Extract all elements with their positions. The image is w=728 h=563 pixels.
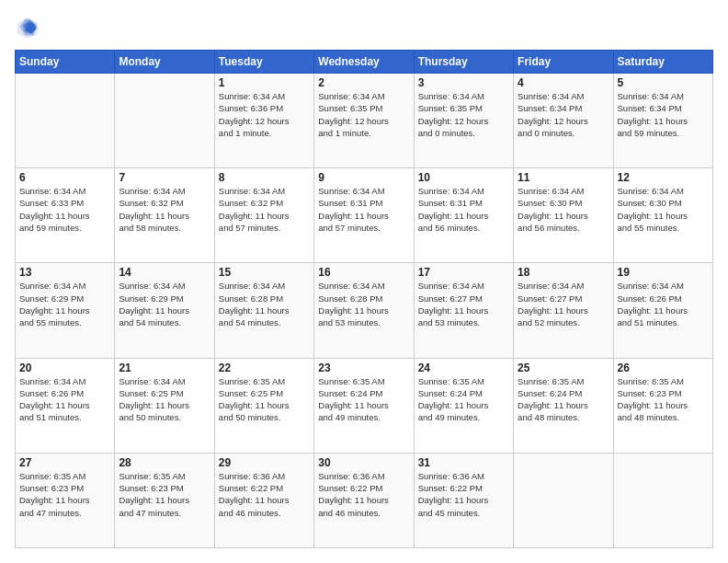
day-number: 1 <box>219 76 310 89</box>
calendar-cell: 5Sunrise: 6:34 AMSunset: 6:34 PMDaylight… <box>613 74 712 168</box>
day-info: Sunrise: 6:35 AMSunset: 6:24 PMDaylight:… <box>318 375 409 424</box>
page: SundayMondayTuesdayWednesdayThursdayFrid… <box>0 0 728 563</box>
calendar-cell <box>115 74 214 168</box>
day-info: Sunrise: 6:34 AMSunset: 6:29 PMDaylight:… <box>119 280 210 328</box>
day-info: Sunrise: 6:36 AMSunset: 6:22 PMDaylight:… <box>219 470 310 519</box>
day-info: Sunrise: 6:34 AMSunset: 6:28 PMDaylight:… <box>318 280 409 328</box>
day-number: 12 <box>618 171 709 184</box>
day-info: Sunrise: 6:34 AMSunset: 6:27 PMDaylight:… <box>418 280 509 328</box>
calendar-cell: 19Sunrise: 6:34 AMSunset: 6:26 PMDayligh… <box>613 263 712 358</box>
calendar-cell: 30Sunrise: 6:36 AMSunset: 6:22 PMDayligh… <box>314 453 414 547</box>
day-info: Sunrise: 6:34 AMSunset: 6:25 PMDaylight:… <box>119 375 210 424</box>
day-number: 4 <box>518 76 609 89</box>
day-info: Sunrise: 6:34 AMSunset: 6:28 PMDaylight:… <box>219 280 310 328</box>
calendar-cell: 3Sunrise: 6:34 AMSunset: 6:35 PMDaylight… <box>414 74 513 168</box>
calendar-cell: 28Sunrise: 6:35 AMSunset: 6:23 PMDayligh… <box>115 453 214 547</box>
day-number: 7 <box>119 171 210 184</box>
calendar-cell: 29Sunrise: 6:36 AMSunset: 6:22 PMDayligh… <box>214 453 313 547</box>
day-info: Sunrise: 6:34 AMSunset: 6:32 PMDaylight:… <box>119 185 210 234</box>
calendar-cell: 16Sunrise: 6:34 AMSunset: 6:28 PMDayligh… <box>314 263 414 358</box>
calendar-cell: 14Sunrise: 6:34 AMSunset: 6:29 PMDayligh… <box>115 263 214 358</box>
calendar-week-row: 13Sunrise: 6:34 AMSunset: 6:29 PMDayligh… <box>16 263 713 358</box>
day-number: 16 <box>318 266 409 279</box>
day-number: 29 <box>219 456 310 469</box>
logo <box>15 15 44 40</box>
day-number: 10 <box>418 171 509 184</box>
day-info: Sunrise: 6:34 AMSunset: 6:31 PMDaylight:… <box>418 185 509 234</box>
day-number: 28 <box>119 456 210 469</box>
day-number: 6 <box>19 171 110 184</box>
weekday-header: Sunday <box>16 51 115 74</box>
day-info: Sunrise: 6:34 AMSunset: 6:31 PMDaylight:… <box>318 185 409 234</box>
calendar-cell: 24Sunrise: 6:35 AMSunset: 6:24 PMDayligh… <box>414 358 513 453</box>
day-info: Sunrise: 6:34 AMSunset: 6:30 PMDaylight:… <box>518 185 609 234</box>
day-number: 23 <box>318 362 409 374</box>
header <box>15 15 713 40</box>
calendar-cell: 21Sunrise: 6:34 AMSunset: 6:25 PMDayligh… <box>115 358 214 453</box>
day-info: Sunrise: 6:34 AMSunset: 6:32 PMDaylight:… <box>219 185 310 234</box>
calendar-cell: 13Sunrise: 6:34 AMSunset: 6:29 PMDayligh… <box>16 263 115 358</box>
day-number: 30 <box>318 456 409 469</box>
weekday-header: Thursday <box>414 51 513 74</box>
calendar-cell <box>16 74 115 168</box>
header-row: SundayMondayTuesdayWednesdayThursdayFrid… <box>16 51 713 74</box>
calendar-cell: 31Sunrise: 6:36 AMSunset: 6:22 PMDayligh… <box>414 453 513 547</box>
calendar-cell: 6Sunrise: 6:34 AMSunset: 6:33 PMDaylight… <box>16 168 115 263</box>
day-number: 27 <box>19 456 110 469</box>
calendar-cell: 1Sunrise: 6:34 AMSunset: 6:36 PMDaylight… <box>214 74 313 168</box>
day-number: 25 <box>518 362 609 374</box>
day-number: 18 <box>518 266 609 279</box>
day-number: 21 <box>119 362 210 374</box>
calendar-cell: 15Sunrise: 6:34 AMSunset: 6:28 PMDayligh… <box>214 263 313 358</box>
day-info: Sunrise: 6:34 AMSunset: 6:33 PMDaylight:… <box>19 185 110 234</box>
day-number: 5 <box>618 76 709 89</box>
day-info: Sunrise: 6:34 AMSunset: 6:30 PMDaylight:… <box>618 185 709 234</box>
day-number: 2 <box>318 76 409 89</box>
weekday-header: Saturday <box>613 51 712 74</box>
day-number: 26 <box>618 362 709 374</box>
day-number: 24 <box>418 362 509 374</box>
calendar-cell: 11Sunrise: 6:34 AMSunset: 6:30 PMDayligh… <box>514 168 613 263</box>
calendar-cell: 4Sunrise: 6:34 AMSunset: 6:34 PMDaylight… <box>514 74 613 168</box>
calendar-cell: 23Sunrise: 6:35 AMSunset: 6:24 PMDayligh… <box>314 358 414 453</box>
day-info: Sunrise: 6:34 AMSunset: 6:34 PMDaylight:… <box>618 90 709 139</box>
day-info: Sunrise: 6:35 AMSunset: 6:24 PMDaylight:… <box>518 375 609 424</box>
calendar-cell: 25Sunrise: 6:35 AMSunset: 6:24 PMDayligh… <box>514 358 613 453</box>
calendar-week-row: 6Sunrise: 6:34 AMSunset: 6:33 PMDaylight… <box>16 168 713 263</box>
day-number: 31 <box>418 456 509 469</box>
calendar-cell: 27Sunrise: 6:35 AMSunset: 6:23 PMDayligh… <box>16 453 115 547</box>
calendar-cell: 8Sunrise: 6:34 AMSunset: 6:32 PMDaylight… <box>214 168 313 263</box>
day-info: Sunrise: 6:35 AMSunset: 6:23 PMDaylight:… <box>119 470 210 519</box>
day-info: Sunrise: 6:35 AMSunset: 6:23 PMDaylight:… <box>19 470 110 519</box>
day-number: 15 <box>219 266 310 279</box>
calendar-cell: 10Sunrise: 6:34 AMSunset: 6:31 PMDayligh… <box>414 168 513 263</box>
day-number: 13 <box>19 266 110 279</box>
calendar-cell: 17Sunrise: 6:34 AMSunset: 6:27 PMDayligh… <box>414 263 513 358</box>
calendar-cell: 2Sunrise: 6:34 AMSunset: 6:35 PMDaylight… <box>314 74 414 168</box>
day-number: 9 <box>318 171 409 184</box>
calendar-table: SundayMondayTuesdayWednesdayThursdayFrid… <box>15 50 713 548</box>
day-number: 17 <box>418 266 509 279</box>
weekday-header: Monday <box>115 51 214 74</box>
day-info: Sunrise: 6:34 AMSunset: 6:27 PMDaylight:… <box>518 280 609 328</box>
calendar-cell <box>514 453 613 547</box>
calendar-week-row: 1Sunrise: 6:34 AMSunset: 6:36 PMDaylight… <box>16 74 713 168</box>
calendar-cell <box>613 453 712 547</box>
calendar-cell: 22Sunrise: 6:35 AMSunset: 6:25 PMDayligh… <box>214 358 313 453</box>
day-info: Sunrise: 6:35 AMSunset: 6:24 PMDaylight:… <box>418 375 509 424</box>
calendar-cell: 9Sunrise: 6:34 AMSunset: 6:31 PMDaylight… <box>314 168 414 263</box>
day-info: Sunrise: 6:35 AMSunset: 6:25 PMDaylight:… <box>219 375 310 424</box>
weekday-header: Friday <box>514 51 613 74</box>
day-info: Sunrise: 6:35 AMSunset: 6:23 PMDaylight:… <box>618 375 709 424</box>
day-number: 19 <box>618 266 709 279</box>
weekday-header: Wednesday <box>314 51 414 74</box>
calendar-cell: 26Sunrise: 6:35 AMSunset: 6:23 PMDayligh… <box>613 358 712 453</box>
logo-icon <box>15 15 40 40</box>
day-info: Sunrise: 6:34 AMSunset: 6:29 PMDaylight:… <box>19 280 110 328</box>
calendar-week-row: 20Sunrise: 6:34 AMSunset: 6:26 PMDayligh… <box>16 358 713 453</box>
calendar-cell: 12Sunrise: 6:34 AMSunset: 6:30 PMDayligh… <box>613 168 712 263</box>
day-info: Sunrise: 6:34 AMSunset: 6:36 PMDaylight:… <box>219 90 310 139</box>
calendar-cell: 20Sunrise: 6:34 AMSunset: 6:26 PMDayligh… <box>16 358 115 453</box>
day-number: 11 <box>518 171 609 184</box>
day-info: Sunrise: 6:34 AMSunset: 6:35 PMDaylight:… <box>318 90 409 139</box>
